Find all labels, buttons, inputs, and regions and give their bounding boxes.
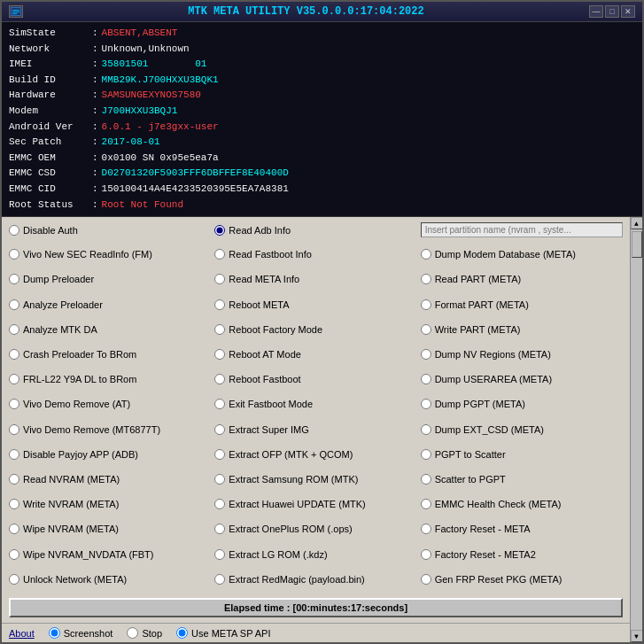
partition-input[interactable]: [421, 222, 623, 237]
maximize-button[interactable]: □: [605, 5, 619, 18]
radio-pgpt-to-scatter[interactable]: [421, 449, 431, 460]
radio-gen-frp-reset[interactable]: [421, 574, 431, 585]
option-factory-reset-meta2[interactable]: Factory Reset - META2: [421, 543, 623, 566]
option-dump-modem-db[interactable]: Dump Modem Database (META): [421, 243, 623, 266]
option-wipe-nvram-nvdata[interactable]: Wipe NVRAM_NVDATA (FBT): [9, 543, 211, 566]
option-scatter-to-pgpt[interactable]: Scatter to PGPT: [421, 468, 623, 491]
option-extract-oneplus[interactable]: Extract OnePlus ROM (.ops): [214, 517, 416, 540]
radio-dump-userarea[interactable]: [421, 374, 431, 384]
option-dump-userarea[interactable]: Dump USERAREA (META): [421, 368, 623, 391]
radio-read-meta-info[interactable]: [214, 274, 225, 284]
radio-wipe-nvram[interactable]: [9, 524, 19, 534]
radio-exit-fastboot[interactable]: [214, 399, 225, 409]
radio-factory-reset-meta2[interactable]: [421, 549, 431, 560]
radio-disable-auth[interactable]: [9, 225, 19, 236]
option-vivo-demo-mt[interactable]: Vivo Demo Remove (MT6877T): [9, 418, 211, 441]
radio-dump-preloader[interactable]: [9, 274, 19, 284]
option-extract-lg[interactable]: Extract LG ROM (.kdz): [214, 543, 416, 566]
close-button[interactable]: ✕: [621, 5, 635, 18]
radio-stop[interactable]: [127, 627, 138, 639]
scroll-down-button[interactable]: ▼: [631, 630, 643, 642]
option-unlock-network[interactable]: Unlock Network (META): [9, 568, 211, 591]
option-emmc-health[interactable]: EMMC Health Check (META): [421, 493, 623, 516]
about-item[interactable]: About: [9, 628, 35, 639]
scrollbar[interactable]: ▲ ▼: [630, 217, 642, 642]
option-read-nvram[interactable]: Read NVRAM (META): [9, 468, 211, 491]
option-dump-preloader[interactable]: Dump Preloader: [9, 268, 211, 291]
radio-analyze-mtk-da[interactable]: [9, 324, 19, 335]
radio-extract-samsung[interactable]: [214, 474, 225, 485]
radio-use-meta[interactable]: [176, 627, 188, 639]
option-dump-pgpt[interactable]: Dump PGPT (META): [421, 392, 623, 415]
radio-emmc-health[interactable]: [421, 499, 431, 509]
option-read-part-meta[interactable]: Read PART (META): [421, 268, 623, 291]
radio-reboot-meta[interactable]: [214, 299, 225, 310]
option-vivo-sec-readinfo[interactable]: Vivo New SEC ReadInfo (FM): [9, 243, 211, 266]
radio-dump-ext-csd[interactable]: [421, 424, 431, 435]
option-write-nvram[interactable]: Write NVRAM (META): [9, 493, 211, 516]
scroll-thumb[interactable]: [632, 231, 642, 258]
radio-dump-pgpt[interactable]: [421, 399, 431, 409]
stop-item[interactable]: Stop: [127, 627, 162, 639]
option-crash-preloader[interactable]: Crash Preloader To BRom: [9, 343, 211, 366]
option-gen-frp-reset[interactable]: Gen FRP Reset PKG (META): [421, 568, 623, 591]
option-read-adb-info[interactable]: Read Adb Info: [214, 222, 416, 237]
option-analyze-mtk-da[interactable]: Analyze MTK DA: [9, 318, 211, 341]
option-extract-super-img[interactable]: Extract Super IMG: [214, 418, 416, 441]
radio-frl-l22[interactable]: [9, 374, 19, 384]
option-disable-payjoy[interactable]: Disable Payjoy APP (ADB): [9, 443, 211, 466]
radio-vivo-sec[interactable]: [9, 249, 19, 260]
radio-extract-huawei[interactable]: [214, 499, 225, 509]
use-meta-item[interactable]: Use META SP API: [176, 627, 270, 639]
option-write-part-meta[interactable]: Write PART (META): [421, 318, 623, 341]
option-reboot-fastboot[interactable]: Reboot Fastboot: [214, 368, 416, 391]
radio-dump-modem-db[interactable]: [421, 249, 431, 260]
option-wipe-nvram[interactable]: Wipe NVRAM (META): [9, 517, 211, 540]
option-reboot-at[interactable]: Reboot AT Mode: [214, 343, 416, 366]
option-extract-huawei[interactable]: Extract Huawei UPDATE (MTK): [214, 493, 416, 516]
radio-crash-preloader[interactable]: [9, 349, 19, 360]
option-factory-reset-meta[interactable]: Factory Reset - META: [421, 517, 623, 540]
radio-read-part-meta[interactable]: [421, 274, 431, 284]
option-reboot-factory[interactable]: Reboot Factory Mode: [214, 318, 416, 341]
option-dump-nv-regions[interactable]: Dump NV Regions (META): [421, 343, 623, 366]
radio-extract-redmagic[interactable]: [214, 574, 225, 585]
radio-read-fastboot[interactable]: [214, 249, 225, 260]
radio-vivo-demo-mt[interactable]: [9, 424, 19, 435]
option-exit-fastboot[interactable]: Exit Fastboot Mode: [214, 392, 416, 415]
option-frl-l22[interactable]: FRL-L22 Y9A DL to BRom: [9, 368, 211, 391]
radio-reboot-factory[interactable]: [214, 324, 225, 335]
radio-wipe-nvram-nvdata[interactable]: [9, 549, 19, 560]
about-label[interactable]: About: [9, 628, 35, 639]
radio-vivo-demo-at[interactable]: [9, 399, 19, 409]
radio-reboot-at[interactable]: [214, 349, 225, 360]
screenshot-item[interactable]: Screenshot: [49, 627, 113, 639]
radio-format-part-meta[interactable]: [421, 299, 431, 310]
radio-extract-super-img[interactable]: [214, 424, 225, 435]
radio-screenshot[interactable]: [49, 627, 60, 639]
radio-reboot-fastboot[interactable]: [214, 374, 225, 384]
option-vivo-demo-at[interactable]: Vivo Demo Remove (AT): [9, 392, 211, 415]
option-analyze-preloader[interactable]: Analyze Preloader: [9, 293, 211, 316]
radio-extract-lg[interactable]: [214, 549, 225, 560]
radio-write-nvram[interactable]: [9, 499, 19, 509]
radio-dump-nv-regions[interactable]: [421, 349, 431, 360]
radio-disable-payjoy[interactable]: [9, 449, 19, 460]
radio-read-adb-info[interactable]: [214, 225, 225, 236]
radio-scatter-to-pgpt[interactable]: [421, 474, 431, 485]
option-reboot-meta[interactable]: Reboot META: [214, 293, 416, 316]
option-extract-ofp[interactable]: Extract OFP (MTK + QCOM): [214, 443, 416, 466]
radio-unlock-network[interactable]: [9, 574, 19, 585]
option-pgpt-to-scatter[interactable]: PGPT to Scatter: [421, 443, 623, 466]
option-read-meta-info[interactable]: Read META Info: [214, 268, 416, 291]
radio-read-nvram[interactable]: [9, 474, 19, 485]
radio-factory-reset-meta[interactable]: [421, 524, 431, 534]
radio-write-part-meta[interactable]: [421, 324, 431, 335]
radio-extract-oneplus[interactable]: [214, 524, 225, 534]
option-dump-ext-csd[interactable]: Dump EXT_CSD (META): [421, 418, 623, 441]
option-extract-redmagic[interactable]: Extract RedMagic (payload.bin): [214, 568, 416, 591]
radio-analyze-preloader[interactable]: [9, 299, 19, 310]
scroll-up-button[interactable]: ▲: [631, 217, 643, 229]
option-read-fastboot-info[interactable]: Read Fastboot Info: [214, 243, 416, 266]
option-format-part-meta[interactable]: Format PART (META): [421, 293, 623, 316]
